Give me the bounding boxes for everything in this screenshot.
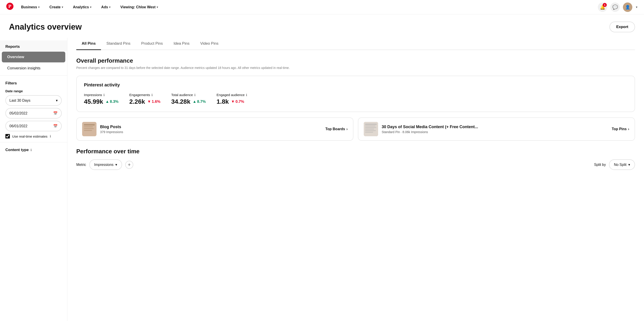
calendar-icon: 📅: [53, 124, 58, 128]
svg-rect-12: [365, 130, 376, 131]
pin-card-name: 30 Days of Social Media Content (+ Free …: [382, 124, 478, 129]
realtime-label: Use real-time estimates: [12, 134, 48, 138]
engagements-change: ▼ 1.6%: [147, 100, 160, 104]
split-select[interactable]: No Split ▾: [609, 160, 635, 170]
nav-analytics[interactable]: Analytics ▾: [71, 4, 94, 10]
filters-section: Filters Date range Last 30 Days ▾ 05/02/…: [0, 78, 67, 140]
engaged-audience-change: ▼ 0.7%: [231, 100, 244, 104]
tab-idea-pins[interactable]: Idea Pins: [168, 38, 195, 50]
date-range-label: Date range: [6, 89, 62, 93]
chevron-down-icon: ▾: [109, 6, 110, 9]
tab-standard-pins[interactable]: Standard Pins: [101, 38, 136, 50]
top-pins-button[interactable]: Top Pins ›: [612, 127, 629, 131]
notifications-button[interactable]: 🔔 1: [598, 2, 607, 12]
sidebar: Reports Overview Conversion insights Fil…: [0, 38, 67, 321]
chevron-down-icon: ▾: [62, 6, 63, 9]
sidebar-item-overview[interactable]: Overview: [2, 52, 65, 62]
filters-label: Filters: [6, 81, 62, 86]
pin-card-name: Blog Posts: [100, 124, 123, 129]
main-content: All Pins Standard Pins Product Pins Idea…: [67, 38, 644, 321]
svg-rect-4: [84, 126, 93, 127]
info-icon[interactable]: ℹ: [194, 93, 196, 97]
metrics-row: Impressions ℹ 45.99k ▲ 8.3% Engagements: [84, 93, 628, 105]
overall-performance-title: Overall performance: [76, 57, 635, 64]
svg-text:P: P: [8, 3, 11, 9]
chevron-down-icon: ▾: [156, 6, 158, 9]
pin-card-social-media: 30 Days of Social Media Content (+ Free …: [358, 118, 635, 141]
avatar[interactable]: 👤: [623, 2, 632, 12]
date-start-input[interactable]: 05/02/2022 📅: [6, 108, 62, 118]
metric-select[interactable]: Impressions ▾: [89, 160, 122, 170]
calendar-icon: 📅: [53, 111, 58, 116]
nav-business[interactable]: Business ▾: [19, 4, 42, 10]
message-icon: 💬: [612, 4, 618, 10]
svg-rect-9: [365, 126, 376, 126]
metric-impressions: Impressions ℹ 45.99k ▲ 8.3%: [84, 93, 118, 105]
pin-card-sub: Standard Pin · 8.06k Impressions: [382, 130, 478, 134]
realtime-checkbox-row: Use real-time estimates ℹ: [6, 134, 62, 138]
chevron-down-icon: ▾: [636, 6, 637, 9]
account-chevron[interactable]: ▾: [636, 4, 638, 10]
svg-rect-13: [365, 132, 373, 133]
metric-engaged-audience: Engaged audience ℹ 1.8k ▼ 0.7%: [216, 93, 247, 105]
content-type-section: Content type ℹ: [0, 144, 67, 154]
page-title: Analytics overview: [9, 22, 82, 32]
arrow-down-icon: ▼: [147, 100, 151, 104]
tab-video-pins[interactable]: Video Pins: [195, 38, 224, 50]
overall-performance-subtitle: Percent changes are compared to 31 days …: [76, 66, 635, 70]
info-icon[interactable]: ℹ: [104, 93, 104, 97]
performance-over-time-section: Performance over time Metric Impressions…: [76, 148, 635, 170]
svg-rect-3: [84, 124, 95, 126]
pin-thumb-social-media: [364, 122, 378, 136]
metric-label: Metric: [76, 163, 86, 167]
perf-section-title: Performance over time: [76, 148, 635, 155]
chevron-down-icon: ▾: [115, 162, 117, 167]
date-preset-select[interactable]: Last 30 Days ▾: [6, 95, 62, 106]
tabs-row: All Pins Standard Pins Product Pins Idea…: [76, 38, 635, 50]
main-layout: Reports Overview Conversion insights Fil…: [0, 38, 644, 321]
info-icon[interactable]: ℹ: [246, 93, 247, 97]
overall-performance-section: Overall performance Percent changes are …: [76, 57, 635, 70]
nav-ads[interactable]: Ads ▾: [99, 4, 113, 10]
total-audience-change: ▲ 8.7%: [193, 100, 206, 104]
topnav: P Business ▾ Create ▾ Analytics ▾ Ads ▾ …: [0, 0, 644, 14]
nav-create[interactable]: Create ▾: [47, 4, 65, 10]
svg-rect-5: [84, 128, 94, 129]
info-icon[interactable]: ℹ: [30, 148, 32, 152]
sidebar-divider-2: [0, 142, 67, 142]
tab-product-pins[interactable]: Product Pins: [136, 38, 168, 50]
metric-controls: Metric Impressions ▾ + Split by No Split…: [76, 160, 635, 170]
chevron-right-icon: ›: [346, 127, 348, 131]
chevron-down-icon: ▾: [90, 6, 91, 9]
topnav-right: 🔔 1 💬 👤 ▾: [598, 2, 638, 12]
topnav-left: P Business ▾ Create ▾ Analytics ▾ Ads ▾ …: [6, 3, 160, 12]
info-icon[interactable]: ℹ: [152, 93, 152, 97]
plus-icon: +: [128, 162, 130, 168]
realtime-checkbox[interactable]: [6, 134, 10, 138]
metric-total-audience: Total audience ℹ 34.28k ▲ 8.7%: [171, 93, 206, 105]
pinterest-logo[interactable]: P: [6, 3, 14, 12]
svg-rect-11: [365, 128, 374, 130]
sidebar-item-conversion-insights[interactable]: Conversion insights: [2, 63, 65, 74]
info-icon[interactable]: ℹ: [50, 134, 51, 138]
date-end-input[interactable]: 06/01/2022 📅: [6, 121, 62, 131]
arrow-up-icon: ▲: [106, 100, 109, 104]
tab-all-pins[interactable]: All Pins: [76, 38, 101, 50]
page-header: Analytics overview Export: [0, 14, 644, 38]
nav-viewing[interactable]: Viewing: Chloe West ▾: [118, 4, 160, 10]
sidebar-reports-label: Reports: [0, 40, 67, 51]
pin-card-blog-posts: Blog Posts 379 Impressions Top Boards ›: [76, 118, 354, 141]
chevron-down-icon: ▾: [628, 162, 630, 167]
pin-cards-row: Blog Posts 379 Impressions Top Boards ›: [76, 118, 635, 141]
pin-thumb-blog-posts: [82, 122, 96, 136]
export-button[interactable]: Export: [610, 22, 635, 32]
impressions-change: ▲ 8.3%: [106, 100, 119, 104]
chevron-down-icon: ▾: [38, 6, 40, 9]
content-type-label: Content type: [6, 148, 29, 152]
pin-card-sub: 379 Impressions: [100, 130, 123, 134]
messages-button[interactable]: 💬: [610, 2, 620, 12]
add-metric-button[interactable]: +: [125, 161, 133, 169]
svg-rect-10: [365, 127, 376, 128]
notification-badge: 1: [603, 3, 607, 7]
top-boards-button[interactable]: Top Boards ›: [325, 127, 348, 131]
